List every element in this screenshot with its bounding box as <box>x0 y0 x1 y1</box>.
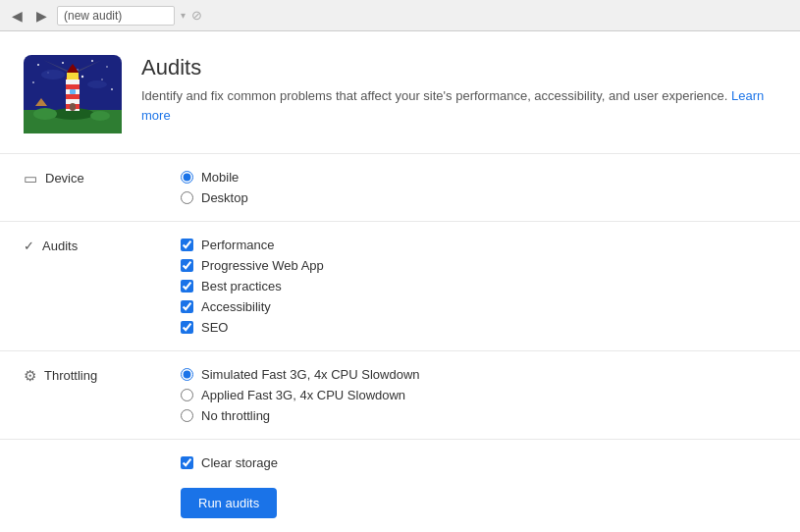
no-throttle-radio[interactable] <box>181 409 193 422</box>
header-text: Audits Identify and fix common problems … <box>141 55 776 125</box>
back-button[interactable]: ◀ <box>8 7 27 25</box>
accessibility-checkbox[interactable] <box>181 300 193 313</box>
bottom-section: Clear storage Run audits <box>0 440 800 532</box>
page-title: Audits <box>141 55 776 80</box>
toolbar: ◀ ▶ ▾ ⊘ <box>0 0 800 31</box>
clear-storage-checkbox[interactable] <box>181 456 193 469</box>
applied-throttle-label: Applied Fast 3G, 4x CPU Slowdown <box>201 388 405 402</box>
svg-point-1 <box>37 64 39 66</box>
mobile-option[interactable]: Mobile <box>181 170 776 185</box>
throttling-row: ⚙ Throttling Simulated Fast 3G, 4x CPU S… <box>0 351 800 440</box>
no-throttle-label: No throttling <box>201 408 270 423</box>
throttling-options: Simulated Fast 3G, 4x CPU Slowdown Appli… <box>181 367 776 423</box>
svg-rect-17 <box>66 94 80 99</box>
svg-point-7 <box>81 76 83 78</box>
accessibility-label: Accessibility <box>201 299 271 314</box>
audits-row: ✓ Audits Performance Progressive Web App… <box>0 222 800 351</box>
dropdown-arrow-icon: ▾ <box>181 10 186 21</box>
audits-label: ✓ Audits <box>24 238 181 253</box>
pwa-option[interactable]: Progressive Web App <box>181 258 776 273</box>
audits-checkmark: ✓ <box>24 239 34 253</box>
throttling-label: ⚙ Throttling <box>24 367 181 385</box>
svg-point-10 <box>111 88 113 90</box>
svg-point-11 <box>41 70 65 80</box>
seo-label: SEO <box>201 320 228 335</box>
svg-point-27 <box>33 108 57 120</box>
desktop-radio[interactable] <box>181 191 193 204</box>
pwa-checkbox[interactable] <box>181 259 193 272</box>
device-icon: ▭ <box>24 170 37 187</box>
best-practices-checkbox[interactable] <box>181 280 193 293</box>
no-throttle-option[interactable]: No throttling <box>181 408 776 423</box>
pwa-label: Progressive Web App <box>201 258 324 273</box>
svg-rect-25 <box>70 103 76 111</box>
svg-point-28 <box>90 111 110 121</box>
header-section: Audits Identify and fix common problems … <box>0 31 800 154</box>
simulated-throttle-label: Simulated Fast 3G, 4x CPU Slowdown <box>201 367 420 382</box>
run-audits-button[interactable]: Run audits <box>181 488 277 518</box>
main-content: Audits Identify and fix common problems … <box>0 31 800 532</box>
performance-option[interactable]: Performance <box>181 238 776 252</box>
clear-storage-label: Clear storage <box>201 455 278 470</box>
svg-point-3 <box>62 62 64 64</box>
desktop-option[interactable]: Desktop <box>181 190 776 205</box>
desktop-label: Desktop <box>201 190 248 205</box>
applied-throttle-radio[interactable] <box>181 389 193 401</box>
throttling-gear-icon: ⚙ <box>24 367 36 385</box>
mobile-radio[interactable] <box>181 171 193 184</box>
svg-point-8 <box>101 79 102 80</box>
device-options: Mobile Desktop <box>181 170 776 205</box>
audit-url-input[interactable] <box>57 6 175 26</box>
best-practices-label: Best practices <box>201 279 282 293</box>
simulated-throttle-option[interactable]: Simulated Fast 3G, 4x CPU Slowdown <box>181 367 776 382</box>
applied-throttle-option[interactable]: Applied Fast 3G, 4x CPU Slowdown <box>181 388 776 402</box>
seo-checkbox[interactable] <box>181 321 193 334</box>
forward-button[interactable]: ▶ <box>32 7 51 25</box>
svg-rect-26 <box>70 89 76 94</box>
svg-point-9 <box>32 81 34 83</box>
best-practices-option[interactable]: Best practices <box>181 279 776 293</box>
seo-option[interactable]: SEO <box>181 320 776 335</box>
performance-checkbox[interactable] <box>181 239 193 251</box>
device-row: ▭ Device Mobile Desktop <box>0 154 800 222</box>
stop-icon: ⊘ <box>191 8 202 23</box>
device-label: ▭ Device <box>24 170 181 187</box>
performance-label: Performance <box>201 238 274 252</box>
svg-point-5 <box>91 60 93 62</box>
svg-rect-16 <box>66 84 80 89</box>
simulated-throttle-radio[interactable] <box>181 368 193 381</box>
svg-point-6 <box>106 66 108 68</box>
lighthouse-illustration <box>24 55 122 133</box>
svg-point-12 <box>87 80 107 88</box>
clear-storage-option[interactable]: Clear storage <box>181 455 776 470</box>
header-description: Identify and fix common problems that af… <box>141 86 776 125</box>
mobile-label: Mobile <box>201 170 239 185</box>
audits-options: Performance Progressive Web App Best pra… <box>181 238 776 335</box>
accessibility-option[interactable]: Accessibility <box>181 299 776 314</box>
